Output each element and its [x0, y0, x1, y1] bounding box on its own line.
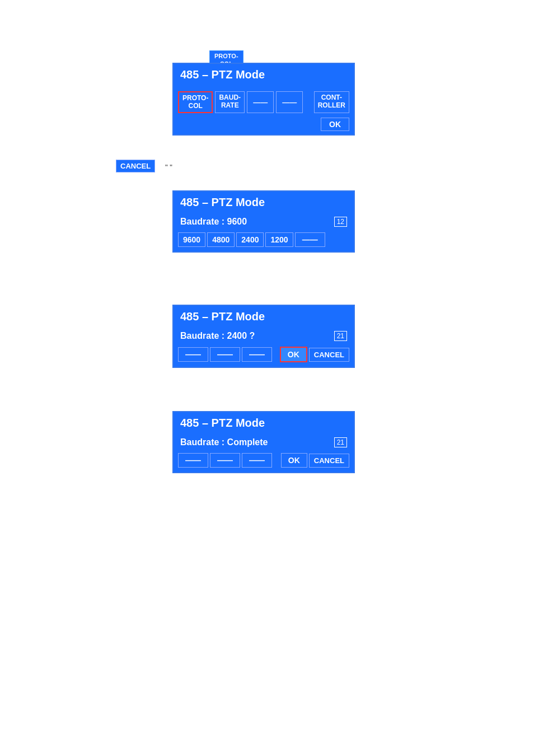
baud-2400[interactable]: 2400	[236, 232, 264, 247]
panel4: 485 – PTZ Mode Baudrate : Complete 21 ——…	[172, 411, 355, 473]
panel2: 485 – PTZ Mode Baudrate : 9600 12 9600 4…	[172, 190, 355, 253]
panel3-title: 485 – PTZ Mode	[180, 310, 265, 323]
svg-marker-1	[251, 383, 276, 404]
panel4-ok-button[interactable]: OK	[281, 453, 307, 468]
baud-1200[interactable]: 1200	[265, 232, 293, 247]
panel1-ok-button[interactable]: OK	[321, 118, 349, 131]
panel4-cancel-button[interactable]: CANCEL	[309, 454, 349, 468]
panel3-ok-button[interactable]: OK	[280, 347, 307, 362]
baud-9600[interactable]: 9600	[178, 232, 205, 247]
arrow1	[172, 274, 355, 299]
panel1: 485 – PTZ Mode PROTO- COL BAUD- RATE —— …	[172, 63, 355, 136]
cancel-button-external[interactable]: CANCEL	[116, 160, 155, 172]
panel1-cols-row: PROTO- COL BAUD- RATE —— —— CONT- ROLLER	[174, 89, 354, 115]
panel3-baudrate-label: Baudrate : 2400 ?	[180, 331, 255, 341]
panel4-title: 485 – PTZ Mode	[180, 417, 265, 429]
svg-marker-0	[251, 277, 276, 298]
arrow-down-icon	[251, 274, 276, 299]
panel4-dash2: ——	[210, 453, 240, 468]
panel1-col-controller[interactable]: CONT- ROLLER	[314, 91, 349, 113]
panel4-baudrate-label: Baudrate : Complete	[180, 437, 268, 447]
baud-dash: ——	[295, 232, 325, 247]
arrow2	[172, 381, 355, 405]
panel1-col-protocol[interactable]: PROTO- COL	[178, 91, 213, 113]
panel1-col-dash1: ——	[247, 91, 274, 113]
arrow-down-icon-2	[251, 381, 276, 405]
panel3: 485 – PTZ Mode Baudrate : 2400 ? 21 —— —…	[172, 305, 355, 368]
panel4-badge: 21	[334, 437, 347, 447]
baud-4800[interactable]: 4800	[207, 232, 235, 247]
panel1-title: 485 – PTZ Mode	[180, 68, 265, 81]
panel3-dash2: ——	[210, 347, 240, 362]
panel3-badge: 21	[334, 331, 347, 341]
panel2-baud-options: 9600 4800 2400 1200 ——	[174, 230, 354, 251]
quoted-text: " "	[165, 163, 172, 171]
panel2-baudrate-label: Baudrate : 9600	[180, 217, 247, 227]
panel1-col-dash2: ——	[276, 91, 303, 113]
panel3-cancel-button[interactable]: CANCEL	[309, 348, 349, 362]
panel1-title-row: 485 – PTZ Mode	[174, 64, 354, 86]
panel3-options-row: —— —— —— OK CANCEL	[174, 344, 354, 367]
panel3-dash1: ——	[178, 347, 208, 362]
panel4-options-row: —— —— —— OK CANCEL	[174, 451, 354, 472]
panel4-dash3: ——	[242, 453, 272, 468]
panel1-col-baudrate[interactable]: BAUD- RATE	[215, 91, 245, 113]
panel2-badge: 12	[334, 217, 347, 227]
panel3-dash3: ——	[242, 347, 272, 362]
panel4-dash1: ——	[178, 453, 208, 468]
panel2-title: 485 – PTZ Mode	[180, 196, 265, 208]
